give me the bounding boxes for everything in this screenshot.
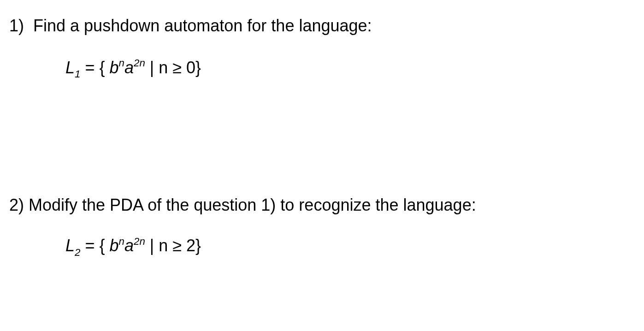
formula1-lbrace: { — [99, 58, 109, 77]
formula1-cond-val: 0 — [186, 58, 195, 77]
question-2-number: 2) — [9, 195, 24, 214]
formula2-rbrace: } — [195, 236, 201, 255]
formula1-cond-op: ≥ — [168, 58, 186, 77]
formula1-bar: | — [145, 58, 159, 77]
formula1-rbrace: } — [195, 58, 201, 77]
question-1-number: 1) — [9, 16, 24, 35]
formula1-lhs-var: L — [65, 58, 75, 77]
formula1-eq: = — [80, 58, 99, 77]
question-2-prompt: 2) Modify the PDA of the question 1) to … — [9, 194, 635, 217]
formula2-lhs-var: L — [65, 236, 75, 255]
question-1-text: Find a pushdown automaton for the langua… — [33, 16, 372, 35]
formula2-cond-var: n — [159, 236, 168, 255]
formula2-cond-val: 2 — [186, 236, 195, 255]
document-page: 1) Find a pushdown automaton for the lan… — [0, 0, 644, 268]
question-1-prompt: 1) Find a pushdown automaton for the lan… — [9, 15, 635, 37]
formula1-cond-var: n — [159, 58, 168, 77]
formula2-a: a — [124, 236, 134, 255]
question-1-formula: L1 = { bna2n | n ≥ 0} — [9, 57, 635, 81]
formula2-b: b — [110, 236, 119, 255]
formula2-b-exp: n — [119, 236, 124, 247]
formula1-b-exp: n — [119, 57, 124, 69]
question-2-formula: L2 = { bna2n | n ≥ 2} — [9, 235, 635, 259]
formula1-a-exp: 2n — [134, 57, 145, 69]
formula1-lhs-sub: 1 — [75, 68, 80, 80]
formula1-b: b — [110, 58, 119, 77]
formula2-a-exp: 2n — [134, 236, 145, 247]
formula2-lhs-sub: 2 — [75, 247, 80, 258]
formula2-cond-op: ≥ — [168, 236, 186, 255]
formula2-bar: | — [145, 236, 159, 255]
formula2-eq: = — [80, 236, 99, 255]
formula2-lbrace: { — [99, 236, 109, 255]
formula1-a: a — [124, 58, 134, 77]
question-2-text: Modify the PDA of the question 1) to rec… — [29, 195, 476, 214]
